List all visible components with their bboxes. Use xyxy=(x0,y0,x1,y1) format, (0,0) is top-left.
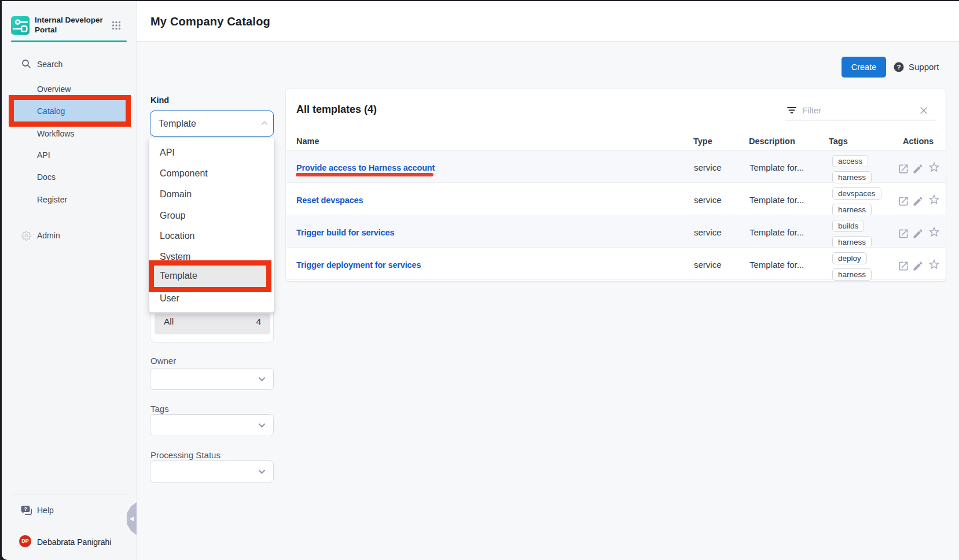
svg-text:?: ? xyxy=(896,64,901,71)
svg-text:?: ? xyxy=(24,506,27,512)
